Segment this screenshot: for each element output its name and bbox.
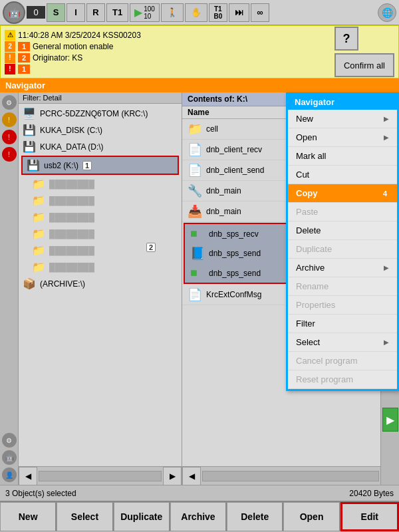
menu-item-delete[interactable]: Delete (288, 221, 397, 240)
tree-subitem-4[interactable]: 📁 ████████ (19, 225, 182, 242)
menu-item-filter[interactable]: Filter (288, 315, 397, 333)
tree-subitem-6[interactable]: 📁 ████████ (19, 259, 182, 275)
sidebar-icon-person[interactable]: 👤 (2, 467, 17, 482)
tree-item-pcrc[interactable]: 🖥️ PCRC-5DZZNQ6TOM (KRC:\) (19, 105, 182, 122)
btn-r[interactable]: R (86, 3, 105, 22)
menu-item-properties[interactable]: Properties (288, 296, 397, 315)
alert-num-1: 2 (5, 41, 15, 52)
menu-cancel-program-label: Cancel program (296, 356, 358, 366)
menu-open-label: Open (296, 132, 317, 142)
menu-delete-label: Delete (296, 225, 321, 235)
subitem-6-label: ████████ (49, 263, 94, 272)
play-icon: ▶ (134, 6, 142, 19)
tree-subitem-1[interactable]: 📁 ████████ (19, 176, 182, 192)
menu-paste-label: Paste (296, 207, 318, 217)
contents-scroll-track[interactable] (202, 471, 379, 481)
menu-item-mark-all[interactable]: Mark all (288, 147, 397, 166)
robot-status-icon[interactable]: 🤖 (3, 1, 25, 24)
btn-inf[interactable]: ∞ (251, 3, 269, 22)
tree-area: 🖥️ PCRC-5DZZNQ6TOM (KRC:\) 💾 KUKA_DISK (… (19, 104, 182, 466)
menu-item-rename[interactable]: Rename (288, 277, 397, 296)
dnb-sps-recv-name: dnb_sps_recv (209, 229, 259, 239)
context-menu: Navigator New ▶ Open ▶ Mark all Cut Copy… (286, 92, 399, 391)
kuka-disk-icon: 💾 (23, 124, 36, 136)
tree-item-usb2[interactable]: 💾 usb2 (K:\) 1 (23, 157, 178, 174)
menu-item-paste[interactable]: Paste (288, 203, 397, 221)
bottom-btn-duplicate[interactable]: Duplicate (114, 502, 170, 531)
tree-subitem-3[interactable]: 📁 ████████ (19, 209, 182, 225)
dnb-sps-recv-icon: ■ (190, 227, 205, 241)
globe-icon[interactable]: 🌐 (378, 3, 396, 22)
menu-item-open[interactable]: Open ▶ (288, 128, 397, 147)
green-arrow-button[interactable]: ▶ (382, 408, 398, 432)
sidebar-icon-robot[interactable]: 🤖 (2, 450, 17, 465)
help-button[interactable]: ? (334, 27, 358, 51)
bottom-btn-new[interactable]: New (0, 502, 57, 531)
menu-select-label: Select (296, 337, 320, 347)
subitem-5-icon: 📁 (32, 244, 45, 257)
sidebar-icon-gear[interactable]: ⚙ (2, 433, 17, 448)
menu-properties-label: Properties (296, 300, 335, 310)
cell-icon: 📁 (188, 122, 202, 136)
btn-walk[interactable]: 🚶 (161, 3, 184, 22)
kuka-data-icon: 💾 (23, 140, 36, 153)
sidebar-icon-3[interactable]: ! (2, 130, 17, 144)
tree-item-kuka-data[interactable]: 💾 KUKA_DATA (D:\) (19, 138, 182, 155)
confirm-all-button[interactable]: Confirm all (334, 53, 394, 77)
contents-scroll-left[interactable]: ◀ (182, 467, 201, 485)
alert-row-4: ! 1 (5, 64, 329, 74)
usb2-badge: 1 (82, 161, 92, 170)
menu-filter-label: Filter (296, 319, 315, 329)
btn-t1[interactable]: T1 (106, 3, 128, 22)
tree-subitem-2[interactable]: 📁 ████████ (19, 192, 182, 209)
alert-action-buttons: ? Confirm all (334, 27, 394, 77)
play-control[interactable]: ▶ 100 10 (130, 3, 160, 22)
subitem-6-icon: 📁 (32, 261, 45, 273)
menu-copy-label: Copy (296, 188, 318, 198)
btn-i[interactable]: I (66, 3, 85, 22)
tree-item-archive[interactable]: 📦 (ARCHIVE:\) (19, 275, 182, 292)
bottom-btn-open[interactable]: Open (283, 502, 340, 531)
menu-item-copy[interactable]: Copy 4 (288, 184, 397, 203)
play-numbers: 100 10 (144, 5, 155, 20)
krcextconfmsg-icon: 📄 (188, 287, 202, 302)
btn-skip[interactable]: ⏭ (229, 3, 249, 22)
bottom-btn-archive[interactable]: Archive (170, 502, 227, 531)
btn-hand[interactable]: ✋ (185, 3, 207, 22)
bottom-btn-select[interactable]: Select (57, 502, 113, 531)
tree-item-kuka-disk[interactable]: 💾 KUKA_DISK (C:\) (19, 122, 182, 138)
btn-s[interactable]: S (47, 3, 65, 22)
menu-item-reset-program[interactable]: Reset program (288, 370, 397, 389)
scroll-left-btn[interactable]: ◀ (19, 467, 37, 485)
alert-bar: ⚠ 11:40:28 AM 3/25/2024 KSS00203 2 1 Gen… (0, 25, 399, 78)
alert-row-3: ! 2 Originator: KS (5, 53, 329, 63)
dnb-sps-send-2-name: dnb_sps_send (209, 269, 261, 278)
menu-item-duplicate[interactable]: Duplicate (288, 240, 397, 259)
menu-item-cut[interactable]: Cut (288, 166, 397, 184)
scroll-track[interactable] (39, 471, 162, 481)
archive-label: (ARCHIVE:\) (40, 279, 85, 289)
left-sidebar: ⚙ ! ! ! ⚙ 🤖 👤 (0, 92, 19, 485)
tree-subitem-5[interactable]: 📁 ████████ (19, 242, 182, 259)
menu-item-select[interactable]: Select ▶ (288, 333, 397, 352)
sidebar-icon-2[interactable]: ! (2, 112, 17, 127)
subitem-2-icon: 📁 (32, 194, 45, 207)
subitem-2-label: ████████ (49, 196, 94, 205)
alert-row-1: ⚠ 11:40:28 AM 3/25/2024 KSS00203 (5, 30, 329, 41)
scroll-right-btn[interactable]: ▶ (163, 467, 182, 485)
bottom-btn-delete[interactable]: Delete (227, 502, 283, 531)
menu-item-new[interactable]: New ▶ (288, 110, 397, 128)
kuka-data-label: KUKA_DATA (D:\) (40, 142, 104, 152)
bottom-btn-edit[interactable]: Edit (340, 502, 399, 531)
menu-item-cancel-program[interactable]: Cancel program (288, 352, 397, 370)
copy-badge: 4 (381, 190, 389, 198)
contents-scroll-bar[interactable]: ◀ ▶ (182, 466, 399, 485)
subitem-1-label: ████████ (49, 180, 94, 189)
menu-item-archive[interactable]: Archive ▶ (288, 259, 397, 277)
sidebar-icon-1[interactable]: ⚙ (2, 95, 17, 110)
menu-open-arrow: ▶ (384, 134, 389, 141)
tree-scroll-bar[interactable]: ◀ ▶ (19, 466, 182, 485)
usb2-label: usb2 (K:\) (44, 161, 78, 170)
subitem-1-icon: 📁 (32, 178, 45, 190)
sidebar-icon-4[interactable]: ! (2, 147, 17, 162)
